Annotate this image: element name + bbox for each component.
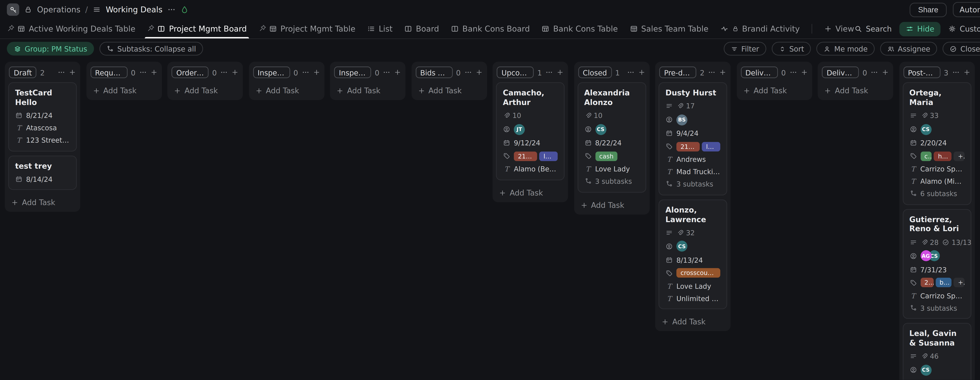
- tab-bank-cons-board[interactable]: Bank Cons Board: [451, 19, 530, 38]
- column-add-icon[interactable]: [881, 68, 889, 76]
- due-date-row: 8/14/24: [15, 175, 70, 183]
- add-task-row[interactable]: Add Task: [89, 82, 158, 97]
- add-task-row[interactable]: Add Task: [333, 82, 402, 97]
- tab-bank-cons-table[interactable]: Bank Cons Table: [541, 19, 618, 38]
- column-status-pill[interactable]: Request: [90, 67, 127, 78]
- droplet-status-icon: [180, 5, 189, 14]
- add-task-row[interactable]: Add Task: [8, 194, 77, 209]
- column-status-pill[interactable]: Delivered: [822, 67, 859, 78]
- column-add-icon[interactable]: [475, 68, 483, 76]
- column-status-pill[interactable]: Ordered: [172, 67, 209, 78]
- add-task-row[interactable]: Add Task: [496, 184, 565, 199]
- lock-icon: [24, 5, 32, 14]
- tab-brandi-activity[interactable]: Brandi Activity: [720, 19, 800, 38]
- sort-pill[interactable]: Sort: [772, 42, 811, 56]
- column-status-pill[interactable]: Post-Delivery: [903, 67, 940, 78]
- column-add-icon[interactable]: [638, 68, 645, 76]
- column-menu-icon[interactable]: [952, 68, 959, 76]
- column-status-pill[interactable]: Inspection ...: [253, 67, 290, 78]
- column-status-pill[interactable]: Pre-deliver...: [659, 67, 697, 78]
- column-add-icon[interactable]: [719, 68, 727, 76]
- column-menu-icon[interactable]: [139, 68, 146, 76]
- column-menu-icon[interactable]: [708, 68, 716, 76]
- task-card[interactable]: Gutierrez, Reno & Lori2813/13AGCS7/31/23…: [902, 209, 971, 319]
- column-menu-icon[interactable]: [871, 68, 878, 76]
- calendar-icon: [15, 112, 23, 119]
- text-field-icon: T: [665, 168, 673, 176]
- column-status-pill[interactable]: Upcoming C...: [497, 67, 534, 78]
- add-task-row[interactable]: Add Task: [171, 82, 240, 97]
- filter-pill[interactable]: Filter: [724, 42, 766, 56]
- column-add-icon[interactable]: [963, 68, 970, 76]
- add-task-row[interactable]: Add Task: [659, 313, 727, 329]
- paperclip-icon: [920, 112, 928, 119]
- column-add-icon[interactable]: [231, 68, 239, 76]
- tab-board[interactable]: Board: [404, 19, 439, 38]
- tab-project-mgmt-table[interactable]: Project Mgmt Table: [259, 19, 356, 38]
- tab-label: Bank Cons Board: [462, 24, 530, 34]
- column-add-icon[interactable]: [557, 68, 564, 76]
- breadcrumb-space[interactable]: Operations: [37, 5, 80, 14]
- column-add-icon[interactable]: [68, 68, 76, 76]
- hide-button[interactable]: Hide: [899, 22, 940, 36]
- share-button[interactable]: Share: [910, 2, 947, 17]
- page-title[interactable]: Working Deals: [106, 5, 162, 14]
- column-menu-icon[interactable]: [789, 68, 797, 76]
- task-card[interactable]: TestCard Hello8/21/24TAtascosaT123 Stree…: [8, 82, 77, 151]
- tab-project-mgmt-board[interactable]: Project Mgmt Board: [147, 19, 247, 38]
- closed-pill[interactable]: Closed: [943, 42, 980, 56]
- automations-label: Automations: [959, 5, 980, 14]
- avatar: AG: [920, 250, 931, 261]
- column-menu-icon[interactable]: [546, 68, 553, 76]
- column-add-icon[interactable]: [150, 68, 158, 76]
- add-task-row[interactable]: Add Task: [740, 82, 808, 97]
- add-view-button[interactable]: View: [824, 19, 854, 38]
- column-status-pill[interactable]: Inspection ...: [334, 67, 371, 78]
- subtasks-row: 3 subtasks: [584, 177, 639, 186]
- automations-button[interactable]: Automations16: [953, 2, 980, 17]
- task-card[interactable]: test trey8/14/24: [8, 155, 77, 190]
- assignee-pill[interactable]: Assignee: [880, 42, 937, 56]
- views-bar-actions: Search Hide Customize Add Task: [854, 17, 980, 41]
- column-status-pill[interactable]: Delivery/Ma...: [740, 67, 778, 78]
- more-options-icon[interactable]: [167, 5, 175, 14]
- add-task-row[interactable]: Add Task: [252, 82, 321, 97]
- column-menu-icon[interactable]: [301, 68, 309, 76]
- add-task-row[interactable]: Add Task: [577, 196, 646, 211]
- task-card[interactable]: Camacho, Arthur10JT9/12/2421st mortga...…: [496, 82, 565, 180]
- workspace-avatar[interactable]: [7, 3, 19, 16]
- column-menu-icon[interactable]: [57, 68, 65, 76]
- due-date-row: 8/21/24: [15, 111, 70, 120]
- column-add-icon[interactable]: [800, 68, 808, 76]
- add-task-row[interactable]: Add Task: [415, 82, 483, 97]
- key-icon: [9, 6, 17, 14]
- column-menu-icon[interactable]: [383, 68, 390, 76]
- subtasks-row: 6 subtasks: [909, 189, 964, 198]
- subtasks-count: 6 subtasks: [920, 190, 957, 198]
- me-mode-pill[interactable]: Me mode: [816, 42, 874, 56]
- column-status-pill[interactable]: Bids Receiv...: [415, 67, 453, 78]
- column-add-icon[interactable]: [312, 68, 320, 76]
- group-by-pill[interactable]: Group: PM Status: [7, 42, 94, 56]
- column-menu-icon[interactable]: [464, 68, 472, 76]
- add-task-row[interactable]: Add Task: [821, 82, 890, 97]
- subtasks-pill[interactable]: Subtasks: Collapse all: [100, 42, 203, 56]
- column-menu-icon[interactable]: [627, 68, 634, 76]
- task-card[interactable]: Alexandria Alonzo10CS8/22/24cashTLove La…: [577, 82, 646, 192]
- task-card[interactable]: Leal, Gavin & Susanna46CS7/20/24cardinal…: [902, 323, 971, 380]
- tab-list[interactable]: List: [367, 19, 393, 38]
- customize-button[interactable]: Customize: [948, 24, 980, 33]
- task-card[interactable]: Ortega, Maria33CS2/20/24cashheat pump ..…: [902, 82, 971, 205]
- column-task-count: 1: [615, 68, 620, 76]
- search-button[interactable]: Search: [854, 24, 892, 33]
- task-card[interactable]: Alonzo, Lawrence32CS8/13/24crosscountry …: [659, 199, 727, 310]
- column-status-pill[interactable]: Draft: [9, 67, 37, 78]
- column-menu-icon[interactable]: [220, 68, 228, 76]
- tab-sales-team-table[interactable]: Sales Team Table: [630, 19, 708, 38]
- column-add-icon[interactable]: [394, 68, 401, 76]
- task-card[interactable]: Dusty Hurst17BS9/4/2421st mortga...land/…: [659, 82, 727, 195]
- tab-active-working-deals-table[interactable]: Active Working Deals Table: [7, 19, 135, 38]
- add-task-label: Add Task: [428, 86, 462, 95]
- description-icon: [665, 229, 673, 237]
- column-status-pill[interactable]: Closed: [578, 67, 612, 78]
